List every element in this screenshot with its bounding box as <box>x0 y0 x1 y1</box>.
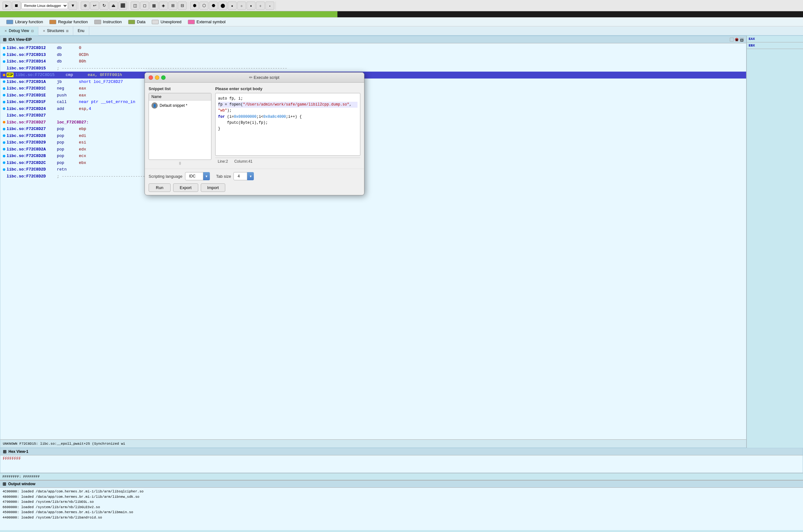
snippet-item-default[interactable]: 👤 Default snippet * <box>149 100 211 111</box>
tb-btn-11[interactable]: ⊟ <box>178 2 187 10</box>
execute-script-dialog[interactable]: ✏ Execute script Snippet list Name 👤 Def… <box>145 72 365 195</box>
register-panel-filler <box>747 49 803 448</box>
tab-debug-close[interactable]: ✕ <box>4 29 7 33</box>
hex-view-icon: ⊞ <box>3 449 6 454</box>
script-line-2: fp = fopen("/Users/admin/work/safe/game/… <box>218 102 357 108</box>
ida-view-panel: ⊞ IDA View-EIP ✕ ⊡ libc.so:F72C8D12 db 0 <box>0 36 746 448</box>
legend-external-label: External symbol <box>197 19 226 24</box>
dot-indicator <box>3 80 5 83</box>
ida-view-expand[interactable]: ⊡ <box>740 38 744 41</box>
dialog-footer: Scripting language IDC ▼ Tab size 4 <box>145 169 364 195</box>
export-button[interactable]: Export <box>173 184 198 192</box>
tb-btn-15[interactable]: ⬤ <box>218 2 227 10</box>
code-line-separator: libc.so:F72C8D15 ; ---------------------… <box>0 65 746 72</box>
progress-fill-black <box>337 11 803 17</box>
tab-debug-icon: ⊡ <box>31 29 34 33</box>
legend-instruction-label: Instruction <box>103 19 122 24</box>
tab-structures-icon: ⊞ <box>66 29 69 33</box>
tb-btn-18[interactable]: ⬧ <box>247 2 256 10</box>
code-line: libc.so:F72C8D2A pop edx <box>0 146 746 153</box>
tab-size-select-wrapper: 4 ▼ <box>234 172 254 180</box>
ebx-label: EBX <box>749 44 755 48</box>
right-register-panel: EAX EBX <box>746 36 803 448</box>
import-button[interactable]: Import <box>201 184 226 192</box>
eip-mnemonic: cmp <box>66 72 88 78</box>
legend-unexplored-color <box>152 20 158 24</box>
ida-view-status: UNKNOWN F72C8D15: libc.so:__epoll_pwait+… <box>0 439 746 448</box>
legend-unexplored-label: Unexplored <box>161 19 182 24</box>
tab-structures-close[interactable]: ✕ <box>43 29 45 33</box>
tb-btn-14[interactable]: ⬣ <box>209 2 218 10</box>
eax-label: EAX <box>749 37 755 41</box>
tb-btn-17[interactable]: ⬦ <box>237 2 246 10</box>
tb-btn-9[interactable]: ◈ <box>159 2 168 10</box>
tab-debug-view[interactable]: ✕ Debug View ⊡ <box>0 27 38 36</box>
code-line: libc.so:F72C8D14 db 80h <box>0 58 746 65</box>
legend-instruction: Instruction <box>94 19 122 24</box>
code-line: libc.so:F72C8D13 db 0CDh <box>0 52 746 58</box>
eip-badge: EIP <box>6 73 14 77</box>
ida-view-close[interactable]: ✕ <box>735 38 739 41</box>
hex-view-content: FFFFFFFF <box>0 455 803 462</box>
dot-indicator <box>3 134 5 137</box>
ida-view-icon: ⊞ <box>3 37 6 42</box>
tb-btn-19[interactable]: ⬨ <box>256 2 265 10</box>
script-line-1: auto fp, i; <box>218 96 357 102</box>
main-content: ⊞ IDA View-EIP ✕ ⊡ libc.so:F72C8D12 db 0 <box>0 36 803 530</box>
ida-view-minimize[interactable] <box>730 38 733 41</box>
tb-btn-16[interactable]: ⬥ <box>228 2 237 10</box>
code-line: libc.so:F72C8D2B pop ecx <box>0 153 746 159</box>
ebx-section: EBX <box>747 42 803 49</box>
legend-instruction-color <box>94 20 101 24</box>
script-line-5: fputc(Byte(i),fp); <box>218 120 357 126</box>
tb-btn-10[interactable]: ⊞ <box>168 2 177 10</box>
dot-indicator <box>3 128 5 130</box>
close-button-traffic[interactable] <box>149 75 153 80</box>
tab-structures[interactable]: ✕ Structures ⊞ <box>38 26 74 35</box>
legend-library: Library function <box>6 19 43 24</box>
tab-structures-label: Structures <box>47 28 64 33</box>
code-line: libc.so:F72C8D24 add esp, 4 <box>0 106 746 112</box>
bottom-status-bar: FFFFFFFF: FFFFFFFF <box>0 473 803 480</box>
tb-btn-2[interactable]: ↩ <box>90 2 99 10</box>
toolbar-play-section: ▶ ⏹ Remote Linux debugger ▼ <box>1 2 79 10</box>
tb-btn-4[interactable]: ⏏ <box>109 2 118 10</box>
legend-external: External symbol <box>188 19 226 24</box>
script-editor[interactable]: auto fp, i; fp = fopen("/Users/admin/wor… <box>215 93 360 156</box>
maximize-button-traffic[interactable] <box>161 75 166 80</box>
snippet-list-box[interactable]: Name 👤 Default snippet * <box>149 93 211 160</box>
tb-btn-20[interactable]: ⬩ <box>265 2 274 10</box>
code-line-eip: EIP libc.so:F72C8D15 cmp eax, 0FFFF001h <box>0 72 746 78</box>
hex-data: FFFFFFFF <box>3 457 21 461</box>
tb-btn-12[interactable]: ⬢ <box>190 2 199 10</box>
play-button[interactable]: ▶ <box>2 2 11 10</box>
dot-empty <box>3 175 5 177</box>
output-title: Output window <box>8 482 36 486</box>
ida-view-title: IDA View-EIP <box>8 37 32 42</box>
progress-fill-green <box>0 11 337 17</box>
legend-data-color <box>128 20 135 24</box>
code-line: libc.so:F72C8D1A jb short loc_F72C8D27 <box>0 78 746 86</box>
tab-enum[interactable]: Enu <box>73 26 89 35</box>
tab-enum-label: Enu <box>78 28 84 33</box>
tb-btn-3[interactable]: ↻ <box>99 2 108 10</box>
tb-btn-7[interactable]: ◻ <box>140 2 149 10</box>
dropdown-arrow[interactable]: ▼ <box>69 2 77 10</box>
dot-indicator <box>3 148 5 150</box>
dot-indicator <box>3 168 5 171</box>
tb-btn-1[interactable]: ⊕ <box>81 2 90 10</box>
snippet-panel-title: Snippet list <box>149 87 211 91</box>
run-button[interactable]: Run <box>149 184 171 192</box>
stop-button[interactable]: ⏹ <box>12 2 21 10</box>
tb-btn-13[interactable]: ⬡ <box>200 2 208 10</box>
tb-btn-6[interactable]: ◫ <box>131 2 139 10</box>
tb-btn-5[interactable]: ⬛ <box>118 2 127 10</box>
output-line: 6600000: loaded /system/lib/arm/nb/libGL… <box>2 505 801 510</box>
bottom-status-text: FFFFFFFF: FFFFFFFF <box>2 475 40 479</box>
output-window: ⊞ Output window 4C00000: loaded /data/ap… <box>0 480 803 530</box>
debugger-select[interactable]: Remote Linux debugger <box>21 2 68 9</box>
code-line-blank: libc.so:F72C8D27 <box>0 112 746 119</box>
dot-indicator <box>3 101 5 103</box>
minimize-button-traffic[interactable] <box>155 75 159 80</box>
tb-btn-8[interactable]: ▦ <box>150 2 158 10</box>
